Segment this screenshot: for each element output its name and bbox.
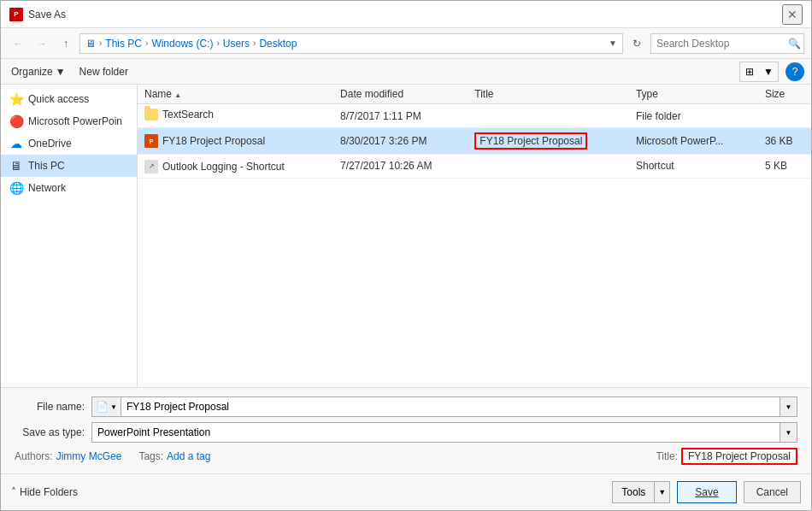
network-icon: 🌐	[9, 181, 23, 195]
save-as-type-row: Save as type: ▼	[15, 422, 797, 443]
size-cell: 5 KB	[758, 155, 811, 179]
type-cell: Microsoft PowerP...	[629, 128, 758, 155]
size-cell	[758, 104, 811, 128]
title-item: Title: FY18 Project Proposal	[656, 448, 797, 465]
authors-value[interactable]: Jimmy McGee	[56, 450, 122, 462]
file-icon-small: 📄	[96, 401, 109, 413]
view-mode-button[interactable]: ⊞	[740, 62, 759, 81]
title-bar: P Save As ✕	[1, 1, 811, 28]
search-box: 🔍	[650, 33, 804, 54]
table-row[interactable]: P FY18 Project Proposal 8/30/2017 3:26 P…	[138, 128, 811, 155]
hide-folders-button[interactable]: ˄ Hide Folders	[11, 486, 78, 498]
save-as-type-input[interactable]	[91, 422, 780, 443]
tags-label: Tags:	[138, 450, 163, 462]
title-label: Title:	[656, 450, 678, 462]
table-row[interactable]: ↗ Outlook Logging - Shortcut 7/27/2017 1…	[138, 155, 811, 179]
title-cell	[468, 104, 629, 128]
file-table: Name ▲ Date modified Title Type Size	[138, 85, 811, 179]
sidebar-item-this-pc[interactable]: 🖥 This PC	[1, 155, 137, 177]
breadcrumb-users[interactable]: Users	[223, 38, 250, 50]
file-list: Name ▲ Date modified Title Type Size	[138, 85, 811, 387]
file-name-cell: P FY18 Project Proposal	[138, 128, 333, 155]
file-name-input[interactable]	[121, 396, 780, 417]
search-icon: 🔍	[788, 38, 801, 50]
file-icon-wrapper: P FY18 Project Proposal	[144, 134, 265, 148]
file-name-dropdown[interactable]: ▼	[780, 396, 797, 417]
title-value-highlight: FY18 Project Proposal	[681, 448, 797, 465]
file-name-field: 📄 ▼ ▼	[91, 396, 797, 417]
size-cell: 36 KB	[758, 128, 811, 155]
sidebar-item-label: This PC	[28, 160, 65, 172]
breadcrumb-drive[interactable]: Windows (C:)	[151, 38, 213, 50]
tools-button[interactable]: Tools	[612, 481, 655, 503]
search-input[interactable]	[656, 38, 785, 50]
sidebar-item-label: OneDrive	[28, 138, 72, 150]
col-type[interactable]: Type	[629, 85, 758, 104]
cancel-button[interactable]: Cancel	[744, 481, 801, 503]
tools-label: Tools	[621, 486, 645, 498]
pptx-icon: P	[144, 134, 158, 148]
organize-button[interactable]: Organize ▼	[8, 64, 69, 79]
table-row[interactable]: TextSearch 8/7/2017 1:11 PM File folder	[138, 104, 811, 128]
app-icon: P	[9, 8, 23, 21]
organize-dropdown-icon: ▼	[56, 66, 66, 78]
sidebar-item-quick-access[interactable]: ⭐ Quick access	[1, 88, 137, 110]
file-name-row: File name: 📄 ▼ ▼	[15, 396, 797, 417]
view-buttons: ⊞ ▼	[739, 62, 779, 82]
meta-row: Authors: Jimmy McGee Tags: Add a tag Tit…	[15, 448, 797, 465]
up-button[interactable]: ↑	[56, 33, 76, 54]
type-cell: Shortcut	[629, 155, 758, 179]
chevron-down-icon: ˄	[11, 486, 16, 498]
authors-label: Authors:	[15, 450, 53, 462]
title-highlight: FY18 Project Proposal	[474, 132, 587, 150]
shortcut-icon: ↗	[144, 160, 158, 173]
breadcrumb-this-pc[interactable]: This PC	[105, 38, 142, 50]
col-name[interactable]: Name ▲	[138, 85, 333, 104]
forward-button[interactable]: →	[32, 33, 52, 54]
date-cell: 8/30/2017 3:26 PM	[333, 128, 468, 155]
type-cell: File folder	[629, 104, 758, 128]
file-name-cell: ↗ Outlook Logging - Shortcut	[138, 155, 333, 179]
col-title[interactable]: Title	[468, 85, 629, 104]
date-cell: 8/7/2017 1:11 PM	[333, 104, 468, 128]
actions-bar: Organize ▼ New folder ⊞ ▼ ?	[1, 59, 811, 85]
view-dropdown-button[interactable]: ▼	[759, 62, 778, 81]
close-button[interactable]: ✕	[782, 4, 803, 25]
refresh-button[interactable]: ↻	[627, 33, 647, 54]
powerpoint-icon: 🔴	[9, 115, 23, 128]
new-folder-button[interactable]: New folder	[76, 64, 132, 79]
file-name-label: File name:	[15, 401, 91, 413]
folder-icon	[144, 109, 158, 120]
file-prefix-button[interactable]: 📄 ▼	[91, 396, 121, 417]
save-button[interactable]: Save	[677, 481, 736, 503]
breadcrumb-bar[interactable]: 🖥 › This PC › Windows (C:) › Users › Des…	[79, 33, 623, 54]
col-size[interactable]: Size	[758, 85, 811, 104]
sidebar-item-label: Quick access	[28, 93, 89, 105]
tags-value[interactable]: Add a tag	[167, 450, 210, 462]
breadcrumb-dropdown-button[interactable]: ▼	[609, 38, 617, 48]
new-folder-label: New folder	[79, 66, 128, 78]
onedrive-icon: ☁	[9, 137, 23, 150]
breadcrumb-sep-1: ›	[99, 38, 102, 48]
back-button[interactable]: ←	[8, 33, 28, 54]
title-bar-left: P Save As	[9, 8, 66, 21]
sort-arrow: ▲	[174, 91, 181, 99]
footer-bar: ˄ Hide Folders Tools ▼ Save Cancel	[1, 473, 811, 510]
col-date-modified[interactable]: Date modified	[333, 85, 468, 104]
tools-dropdown-button[interactable]: ▼	[655, 481, 670, 503]
save-as-type-field: ▼	[91, 422, 797, 443]
sidebar-item-powerpoint[interactable]: 🔴 Microsoft PowerPoin	[1, 110, 137, 132]
sidebar-item-network[interactable]: 🌐 Network	[1, 177, 137, 199]
breadcrumb-sep-4: ›	[253, 38, 256, 48]
dialog-title: Save As	[28, 9, 66, 21]
breadcrumb-icon: 🖥	[85, 38, 96, 50]
this-pc-icon: 🖥	[9, 159, 23, 173]
sidebar-item-onedrive[interactable]: ☁ OneDrive	[1, 132, 137, 155]
bottom-form-area: File name: 📄 ▼ ▼ Save as type: ▼ Autho	[1, 387, 811, 473]
breadcrumb-desktop[interactable]: Desktop	[259, 38, 297, 50]
title-cell	[468, 155, 629, 179]
help-button[interactable]: ?	[786, 62, 804, 81]
tools-container: Tools ▼	[612, 481, 670, 503]
save-as-type-dropdown[interactable]: ▼	[780, 422, 797, 443]
breadcrumb-sep-2: ›	[145, 38, 148, 48]
